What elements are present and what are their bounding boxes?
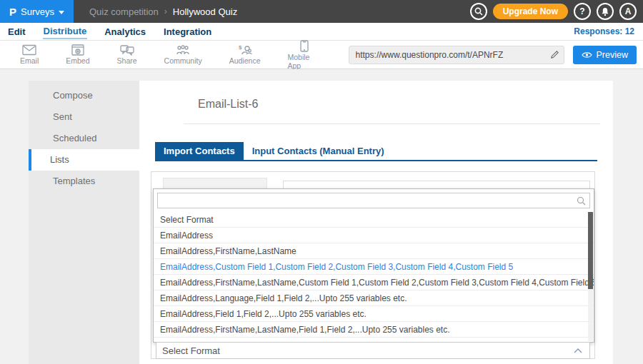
toolbar-item-community[interactable]: Community (164, 44, 202, 65)
nav-item-edit[interactable]: Edit (7, 25, 26, 39)
search-button[interactable] (470, 3, 487, 20)
nav-item-integration[interactable]: Integration (163, 25, 212, 39)
format-option-list: Select Format EmailAddress EmailAddress,… (154, 212, 594, 343)
toolbar-item-mobile-app[interactable]: Mobile App (287, 40, 321, 70)
preview-button[interactable]: Preview (573, 46, 637, 64)
nav-item-analytics[interactable]: Analytics (104, 25, 146, 39)
import-contacts-box: Select Format Select Format EmailAddress… (151, 171, 595, 359)
help-button[interactable]: ? (574, 3, 591, 20)
toolbar-item-label: Community (164, 56, 202, 65)
survey-url-field[interactable]: https://www.questionpro.com/t/APNrFZ (349, 46, 564, 64)
responses-count[interactable]: Responses: 12 (574, 26, 636, 36)
notifications-button[interactable] (597, 3, 614, 20)
embed-icon (71, 44, 84, 56)
distribute-toolbar: Email Embed Share Community $ Audience M… (0, 41, 643, 69)
product-label: Surveys (21, 6, 54, 17)
chevron-down-icon (59, 11, 64, 14)
format-select[interactable]: Select Format (156, 342, 590, 359)
toolbar-item-email[interactable]: Email (20, 44, 39, 65)
dropdown-search-input[interactable] (157, 193, 590, 208)
search-icon (577, 196, 586, 208)
bell-icon (601, 7, 609, 16)
tab-import-contacts[interactable]: Import Contacts (155, 142, 244, 160)
survey-url-value: https://www.questionpro.com/t/APNrFZ (349, 50, 547, 60)
community-icon (176, 44, 190, 56)
chevron-up-icon (574, 348, 589, 353)
format-option[interactable]: EmailAddress,FirstName,LastName,Field 1,… (154, 322, 594, 338)
product-switcher[interactable]: P Surveys (0, 0, 74, 23)
nav-item-distribute[interactable]: Distribute (43, 24, 88, 39)
format-option[interactable]: Select Format (154, 212, 594, 228)
share-icon (120, 44, 134, 56)
sidebar-item-lists[interactable]: Lists (29, 149, 139, 171)
avatar[interactable]: A (619, 3, 637, 20)
toolbar-item-label: Embed (66, 56, 89, 65)
sidebar-item-templates[interactable]: Templates (29, 171, 139, 192)
breadcrumb-separator-icon: › (164, 6, 167, 16)
format-option[interactable]: EmailAddress,Field 1,Field 2,...Upto 255… (154, 306, 594, 322)
dropdown-search (157, 193, 590, 208)
email-icon (22, 44, 36, 56)
tab-input-contacts-manual[interactable]: Input Contacts (Manual Entry) (244, 142, 393, 160)
questionpro-logo: P (9, 6, 16, 18)
audience-icon: $ (238, 44, 252, 56)
email-sidebar: Compose Sent Scheduled Lists Templates (29, 81, 139, 364)
toolbar-item-share[interactable]: Share (117, 44, 137, 65)
toolbar-item-embed[interactable]: Embed (66, 44, 89, 65)
sidebar-item-sent[interactable]: Sent (29, 106, 139, 128)
survey-nav: Edit Distribute Analytics Integration Re… (0, 23, 643, 41)
format-dropdown: Select Format EmailAddress EmailAddress,… (153, 188, 594, 343)
format-option[interactable]: EmailAddress,FirstName,LastName (154, 243, 594, 259)
sidebar-item-compose[interactable]: Compose (29, 85, 139, 106)
toolbar-item-label: Email (20, 56, 39, 65)
format-select-value: Select Format (156, 345, 220, 356)
edit-url-button[interactable] (547, 46, 564, 64)
format-option[interactable]: EmailAddress (154, 228, 594, 243)
dropdown-scrollbar[interactable] (588, 212, 593, 341)
email-distribution-page: Compose Sent Scheduled Lists Templates E… (0, 69, 643, 364)
toolbar-item-label: Audience (229, 56, 261, 65)
breadcrumb-current: Hollywood Quiz (173, 6, 237, 17)
breadcrumb-parent[interactable]: Quiz competition (89, 6, 159, 17)
format-option[interactable]: EmailAddress,FirstName,LastName,Custom F… (154, 275, 594, 290)
topbar-actions: Upgrade Now ? A (470, 0, 643, 23)
sidebar-item-scheduled[interactable]: Scheduled (29, 128, 139, 149)
toolbar-item-label: Mobile App (287, 53, 321, 70)
page-title: Email-List-6 (198, 98, 258, 111)
format-option[interactable]: EmailAddress,Language,Field 1,Field 2,..… (154, 290, 594, 306)
top-bar: P Surveys Quiz competition › Hollywood Q… (0, 0, 643, 23)
eye-icon (582, 51, 592, 59)
svg-text:$: $ (239, 44, 242, 51)
format-option-highlighted[interactable]: EmailAddress,Custom Field 1,Custom Field… (154, 259, 594, 275)
preview-label: Preview (597, 50, 628, 60)
list-detail-panel: Email-List-6 Import Contacts Input Conta… (139, 81, 613, 364)
toolbar-item-label: Share (117, 56, 137, 65)
title-divider (184, 123, 600, 124)
breadcrumb: Quiz competition › Hollywood Quiz (89, 0, 237, 23)
toolbar-right: https://www.questionpro.com/t/APNrFZ Pre… (349, 46, 643, 64)
dropdown-scrollbar-thumb[interactable] (588, 212, 593, 289)
toolbar-item-audience[interactable]: $ Audience (229, 44, 261, 65)
pencil-icon (550, 50, 559, 59)
upgrade-now-button[interactable]: Upgrade Now (493, 4, 568, 19)
search-icon (474, 7, 483, 16)
contacts-tabs: Import Contacts Input Contacts (Manual E… (155, 142, 597, 161)
mobile-app-icon (300, 40, 309, 52)
